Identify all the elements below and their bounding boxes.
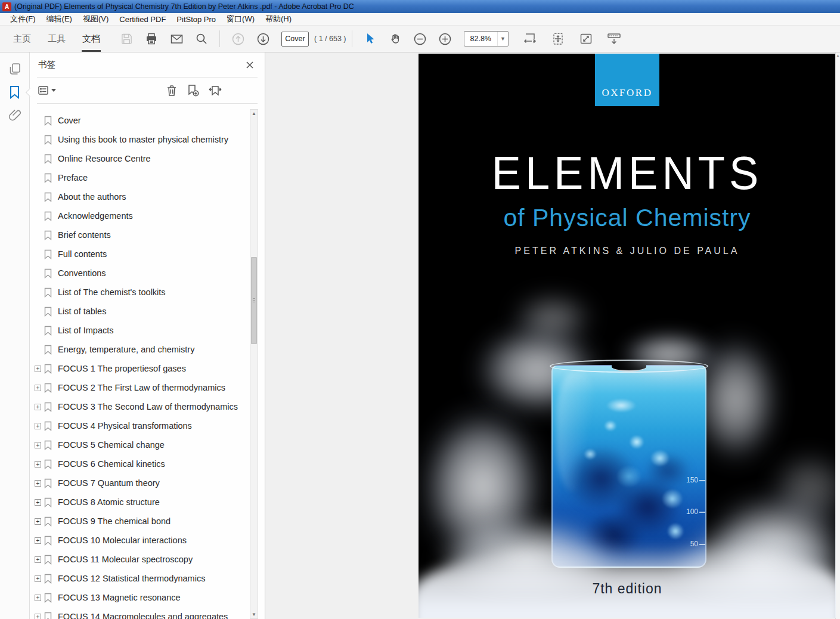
toolbar-separator [219, 30, 220, 47]
window-title: (Original PDF) Elements of Physical Chem… [14, 2, 354, 11]
bookmark-item[interactable]: List of Impacts [30, 321, 247, 340]
menu-item[interactable]: 帮助(H) [260, 14, 297, 24]
add-bookmark-icon[interactable] [187, 84, 199, 97]
bookmark-label: Preface [58, 173, 88, 182]
scroll-down-icon[interactable]: ▼ [250, 611, 258, 618]
page-thumbnails-button[interactable] [8, 62, 22, 76]
zoom-level-select[interactable]: 82.8% ▼ [464, 31, 509, 47]
zoom-out-button[interactable] [412, 30, 429, 47]
expand-plus-icon[interactable]: + [35, 461, 41, 468]
document-scrollbar[interactable]: ▲ [835, 52, 840, 619]
bookmarks-button[interactable] [8, 85, 21, 99]
expand-plus-icon[interactable]: + [35, 366, 41, 372]
fit-page-button[interactable] [550, 30, 566, 47]
bookmark-item[interactable]: +FOCUS 1 The propertiesof gases [30, 359, 247, 378]
expand-bookmark-icon[interactable] [209, 85, 222, 97]
expand-plus-icon[interactable]: + [35, 404, 41, 410]
bookmark-item[interactable]: Preface [30, 168, 247, 187]
tab-home[interactable]: 主页 [5, 26, 39, 52]
expand-plus-icon[interactable]: + [35, 442, 41, 448]
bookmark-item[interactable]: Online Resource Centre [30, 149, 247, 168]
expand-plus-icon[interactable]: + [35, 537, 41, 544]
expand-plus-icon[interactable]: + [35, 556, 41, 563]
bookmark-item[interactable]: Using this book to master physical chemi… [30, 130, 247, 149]
expand-plus-icon[interactable]: + [35, 423, 41, 429]
bookmark-item[interactable]: Cover [30, 111, 247, 130]
menu-item[interactable]: Certified PDF [114, 15, 171, 24]
scrollbar-thumb[interactable] [251, 257, 257, 344]
fit-width-button[interactable] [522, 30, 538, 47]
menu-item[interactable]: 编辑(E) [41, 14, 78, 24]
bookmark-label: List of Impacts [58, 326, 113, 335]
save-button[interactable] [118, 30, 135, 47]
select-tool-button[interactable] [362, 30, 379, 47]
expand-plus-icon[interactable]: + [35, 518, 41, 525]
reading-mode-button[interactable] [606, 30, 622, 47]
bookmark-item[interactable]: +FOCUS 11 Molecular spectroscopy [30, 550, 247, 569]
bookmark-label: FOCUS 14 Macromolecules and aggregates [58, 612, 228, 619]
fit-width-icon [523, 32, 537, 46]
bookmark-item[interactable]: List of tables [30, 302, 247, 321]
bookmark-item[interactable]: +FOCUS 4 Physical transformations [30, 416, 247, 435]
email-button[interactable] [168, 30, 185, 47]
bookmark-item[interactable]: +FOCUS 3 The Second Law of thermodynamic… [30, 397, 247, 416]
bookmark-item[interactable]: Acknowledgements [30, 206, 247, 225]
hand-tool-button[interactable] [387, 30, 404, 47]
bookmark-label: Full contents [58, 249, 107, 259]
bookmark-item[interactable]: About the authors [30, 187, 247, 206]
zoom-in-button[interactable] [437, 30, 454, 47]
fit-page-icon [551, 32, 565, 46]
bookmark-icon [44, 307, 53, 317]
scroll-up-icon[interactable]: ▲ [836, 52, 840, 58]
bookmark-item[interactable]: +FOCUS 2 The First Law of thermodynamics [30, 378, 247, 397]
menu-item[interactable]: 视图(V) [78, 14, 114, 24]
bookmark-item[interactable]: +FOCUS 12 Statistical thermodynamics [30, 569, 247, 588]
expand-plus-icon[interactable]: + [35, 480, 41, 487]
bookmark-label: FOCUS 8 Atomic structure [58, 497, 160, 507]
print-button[interactable] [143, 30, 160, 47]
scroll-up-icon[interactable]: ▲ [250, 110, 258, 117]
attachments-button[interactable] [8, 108, 22, 122]
bookmark-icon [44, 173, 53, 183]
bookmark-icon [44, 574, 53, 584]
page-number-field[interactable] [281, 32, 309, 47]
menu-item[interactable]: PitStop Pro [171, 15, 221, 24]
bookmark-item[interactable]: +FOCUS 8 Atomic structure [30, 493, 247, 512]
bookmark-item[interactable]: +FOCUS 5 Chemical change [30, 435, 247, 454]
expand-plus-icon[interactable]: + [35, 385, 41, 391]
bookmark-item[interactable]: +FOCUS 13 Magnetic resonance [30, 588, 247, 607]
reading-mode-icon [606, 32, 622, 46]
chevron-down-icon [51, 89, 56, 92]
trash-icon[interactable] [166, 85, 177, 97]
close-panel-button[interactable] [243, 58, 256, 72]
bookmark-item[interactable]: +FOCUS 9 The chemical bond [30, 512, 247, 531]
bookmark-item[interactable]: +FOCUS 14 Macromolecules and aggregates [30, 607, 247, 619]
bookmark-icon [44, 116, 53, 126]
expand-plus-icon[interactable]: + [35, 575, 41, 582]
bookmark-item[interactable]: Full contents [30, 244, 247, 264]
menu-item[interactable]: 文件(F) [5, 14, 41, 24]
fullscreen-button[interactable] [578, 30, 594, 47]
bookmark-label: FOCUS 11 Molecular spectroscopy [58, 555, 193, 564]
bookmark-icon [44, 516, 53, 527]
bookmark-item[interactable]: +FOCUS 10 Molecular interactions [30, 531, 247, 550]
bookmark-item[interactable]: +FOCUS 7 Quantum theory [30, 473, 247, 493]
save-icon [120, 33, 133, 45]
next-page-button[interactable] [255, 30, 271, 47]
bookmark-item[interactable]: Brief contents [30, 225, 247, 244]
menu-item[interactable]: 窗口(W) [221, 14, 260, 24]
expand-plus-icon[interactable]: + [35, 499, 41, 506]
search-button[interactable] [193, 30, 210, 47]
bookmark-item[interactable]: List of The chemist's toolkits [30, 283, 247, 302]
bookmark-item[interactable]: Conventions [30, 264, 247, 283]
bookmark-label: FOCUS 3 The Second Law of thermodynamics [58, 402, 238, 411]
bookmark-item[interactable]: +FOCUS 6 Chemical kinetics [30, 454, 247, 473]
tab-document[interactable]: 文档 [74, 26, 109, 52]
tab-tools[interactable]: 工具 [39, 26, 74, 52]
expand-plus-icon[interactable]: + [35, 595, 41, 601]
bookmarks-scrollbar[interactable]: ▲ ▼ [250, 109, 258, 619]
expand-plus-icon[interactable]: + [35, 614, 41, 619]
previous-page-button[interactable] [230, 30, 246, 47]
bookmark-options-button[interactable] [38, 86, 56, 95]
bookmark-item[interactable]: Energy, temperature, and chemistry [30, 340, 247, 359]
